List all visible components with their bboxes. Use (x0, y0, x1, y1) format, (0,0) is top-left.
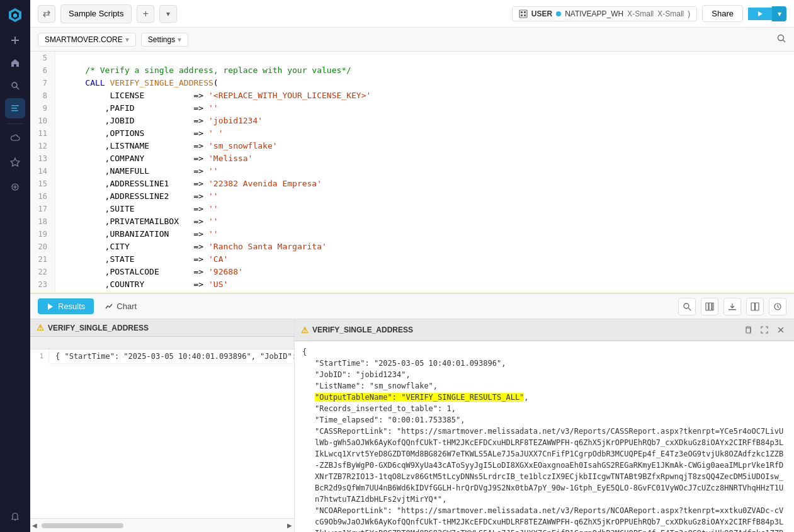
settings-button[interactable]: Settings ▾ (141, 33, 188, 47)
code-line-21: 21 ,STATE => 'CA' (30, 253, 794, 266)
code-line-12: 12 ,LISTNAME => 'sm_snowflake' (30, 140, 794, 152)
top-bar-right: USER NATIVEAPP_WH X-SmallX-Small) Share … (512, 5, 786, 22)
module-selector[interactable]: SMARTMOVER.CORE ▾ (38, 33, 136, 47)
sidebar-icon-home[interactable] (5, 53, 25, 73)
sidebar-icon-star[interactable] (5, 152, 25, 172)
sidebar-icon-cloud[interactable] (5, 129, 25, 149)
table-warning-icon-2: ⚠ (301, 325, 309, 335)
code-line-16: 16 ,ADDRESSLINE2 => '' (30, 190, 794, 203)
svg-line-19 (689, 308, 691, 310)
code-line-20: 20 ,CITY => 'Rancho Santa Margarita' (30, 241, 794, 253)
code-editor[interactable]: 5 6 /* Verify a single address, replace … (30, 52, 794, 293)
results-tabs-bar: Results Chart (30, 294, 794, 319)
svg-rect-20 (706, 303, 708, 310)
tab-chevron-button[interactable]: ▾ (159, 5, 177, 23)
code-line-15: 15 ,ADDRESSLINE1 => '22382 Avenida Empre… (30, 178, 794, 190)
code-line-5: 5 (30, 52, 794, 64)
results-split-btn[interactable] (746, 298, 764, 315)
svg-rect-6 (11, 110, 18, 111)
json-line-starttime: "StartTime": "2025-03-05 10:40:01.093896… (302, 358, 786, 369)
left-table-header: ⚠ VERIFY_SINGLE_ADDRESS (30, 319, 294, 337)
json-line-listname: "ListName": "sm_snowflake", (302, 380, 786, 392)
json-line-outputtablename: "OutputTableName": "VERIFY_SINGLE_RESULT… (302, 392, 786, 403)
json-header-actions (741, 323, 788, 337)
results-history-btn[interactable] (769, 298, 786, 315)
tab-results[interactable]: Results (38, 298, 94, 314)
module-label: SMARTMOVER.CORE (45, 35, 123, 44)
run-dropdown[interactable]: ▾ (772, 6, 786, 21)
settings-label: Settings (148, 35, 175, 44)
share-button[interactable]: Share (702, 5, 743, 22)
json-copy-btn[interactable] (741, 323, 755, 337)
json-expand-btn[interactable] (757, 323, 771, 337)
svg-rect-25 (756, 303, 759, 310)
right-table-header: ⚠ VERIFY_SINGLE_ADDRESS (295, 319, 794, 341)
top-bar: Sample Scripts + ▾ USER NATIVEAPP_WH X-S… (30, 0, 794, 28)
svg-rect-1 (11, 40, 19, 41)
code-line-9: 9 ,PAFID => '' (30, 102, 794, 115)
svg-point-15 (778, 35, 784, 41)
sidebar-divider-1 (8, 123, 23, 124)
script-tab[interactable]: Sample Scripts (60, 4, 132, 23)
editor-search-icon[interactable] (776, 33, 786, 45)
svg-rect-27 (746, 328, 751, 333)
tab-chart[interactable]: Chart (96, 298, 145, 314)
row-num-1: 1 (30, 349, 49, 362)
warehouse-selector[interactable]: USER NATIVEAPP_WH X-SmallX-Small) (512, 6, 698, 21)
sidebar-icon-search[interactable] (5, 76, 25, 96)
tab-label: Sample Scripts (69, 9, 123, 18)
table-cell-1: { "StartTime": "2025-03-05 10:40:01.0938… (49, 349, 294, 364)
nav-left-btn[interactable]: ◀ (30, 521, 39, 530)
code-line-18: 18 ,PRIVATEMAILBOX => '' (30, 215, 794, 228)
table-col-header (49, 337, 294, 349)
json-text: { (302, 346, 786, 358)
right-results-panel: ⚠ VERIFY_SINGLE_ADDRESS (295, 319, 794, 532)
json-close-btn[interactable] (774, 323, 788, 337)
svg-rect-4 (11, 105, 19, 106)
sidebar-icon-editor[interactable] (5, 98, 25, 118)
results-panel: Results Chart (30, 293, 794, 532)
sidebar-icon-alerts[interactable] (5, 507, 25, 527)
app-logo[interactable] (5, 5, 25, 25)
table-scroll[interactable]: 1 { "StartTime": "2025-03-05 10:40:01.09… (30, 337, 294, 518)
svg-rect-24 (751, 303, 755, 310)
sidebar-icon-ai[interactable] (5, 177, 25, 197)
code-line-14: 14 ,NAMEFULL => '' (30, 165, 794, 178)
svg-rect-5 (11, 108, 17, 109)
json-line-cass: "CASSReportLink": "https://smartmover.me… (302, 426, 786, 505)
svg-rect-23 (729, 309, 736, 310)
results-download-btn[interactable] (723, 298, 741, 315)
code-line-13: 13 ,COMPANY => 'Melissa' (30, 152, 794, 165)
svg-rect-22 (712, 303, 713, 310)
run-button[interactable]: ▾ (748, 6, 786, 21)
results-columns-btn[interactable] (701, 298, 718, 315)
left-results-panel: ⚠ VERIFY_SINGLE_ADDRESS 1 { "StartTime":… (30, 319, 295, 532)
code-line-7: 7 CALL VERIFY_SINGLE_ADDRESS( (30, 77, 794, 89)
user-label: USER (531, 9, 552, 18)
nav-right-btn[interactable]: ▶ (285, 521, 294, 530)
json-line-records: "Records_inserted_to_table": 1, (302, 403, 786, 414)
svg-rect-10 (521, 11, 523, 13)
code-line-8: 8 LICENSE => '<REPLACE_WITH_YOUR_LICENSE… (30, 89, 794, 102)
right-table-name: VERIFY_SINGLE_ADDRESS (312, 325, 413, 334)
sidebar-icon-add[interactable] (5, 30, 25, 50)
scrollbar-container[interactable] (39, 523, 285, 528)
svg-rect-9 (519, 10, 527, 18)
new-tab-button[interactable]: + (137, 5, 154, 23)
json-content[interactable]: { "StartTime": "2025-03-05 10:40:01.0938… (295, 341, 794, 532)
svg-point-18 (684, 303, 689, 308)
table-warning-icon: ⚠ (37, 323, 44, 332)
code-line-10: 10 ,JOBID => 'jobid1234' (30, 115, 794, 127)
swap-icon-btn[interactable] (38, 5, 55, 23)
json-line-jobid: "JobID": "jobid1234", (302, 369, 786, 380)
code-line-17: 17 ,SUITE => '' (30, 203, 794, 215)
code-line-22: 22 ,POSTALCODE => '92688' (30, 266, 794, 278)
run-main[interactable] (748, 8, 772, 20)
json-line-elapsed: "Time_elapsed": "0:00:01.753385", (302, 414, 786, 426)
table-row: 1 { "StartTime": "2025-03-05 10:40:01.09… (30, 349, 294, 364)
results-body: ⚠ VERIFY_SINGLE_ADDRESS 1 { "StartTime":… (30, 319, 794, 532)
results-search-btn[interactable] (678, 298, 696, 315)
left-table-name: VERIFY_SINGLE_ADDRESS (48, 324, 149, 332)
svg-rect-21 (709, 303, 712, 310)
module-chevron: ▾ (125, 35, 129, 44)
